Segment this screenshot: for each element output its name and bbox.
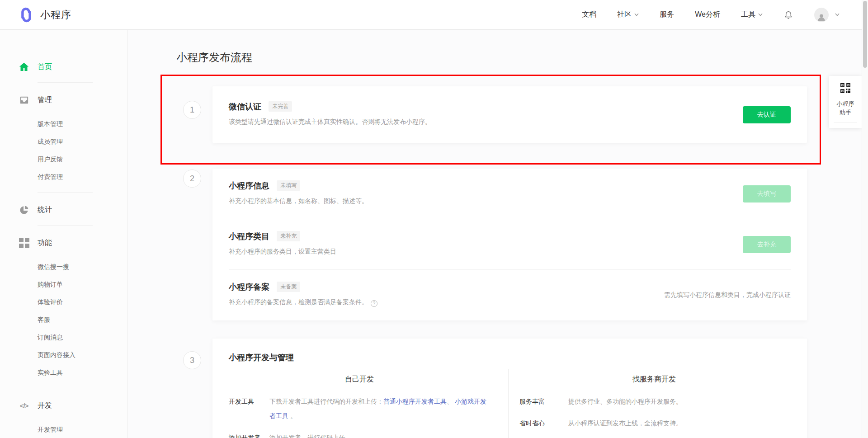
- miniprogram-category-row: 小程序类目 未补充 补充小程序的服务类目，设置主营类目 去补充: [229, 219, 791, 269]
- avatar: [814, 8, 829, 22]
- nav-docs[interactable]: 文档: [582, 10, 596, 19]
- assistant-label: 小程序 助手: [832, 99, 859, 117]
- step-3-number: 3: [183, 351, 201, 369]
- sidebar-item-shopping-orders[interactable]: 购物订单: [0, 276, 127, 293]
- sidebar-item-member-management[interactable]: 成员管理: [0, 133, 127, 151]
- wechat-verification-title: 微信认证: [229, 102, 261, 111]
- wechat-verification-desc: 该类型请先通过微信认证完成主体真实性确认。否则将无法发布小程序。: [229, 118, 791, 126]
- step-3-row: 3 小程序开发与管理 自己开发 开发工具 下载开发者工具进行代码的开发和上传：普…: [183, 339, 807, 438]
- miniprogram-info-desc: 补充小程序的基本信息，如名称、图标、描述等。: [229, 197, 791, 205]
- add-developer-label: 添加开发者: [229, 430, 263, 438]
- miniprogram-category-desc: 补充小程序的服务类目，设置主营类目: [229, 248, 791, 256]
- chevron-down-icon: [758, 13, 763, 16]
- sidebar-item-management[interactable]: 管理: [0, 91, 127, 109]
- dev-and-management-heading: 小程序开发与管理: [229, 339, 791, 363]
- sidebar-divider: [38, 82, 93, 83]
- icp-prerequisite-note: 需先填写小程序信息和类目，完成小程序认证: [664, 291, 791, 299]
- nav-we-analytics[interactable]: We分析: [695, 10, 720, 19]
- save-time-label: 省时省心: [519, 416, 554, 430]
- label: 购物订单: [38, 281, 63, 289]
- add-developer-row: 添加开发者 添加开发者，进行代码上传。: [229, 430, 490, 438]
- wechat-verification-row: 微信认证 未完善 该类型请先通过微信认证完成主体真实性确认。否则将无法发布小程序…: [229, 86, 791, 143]
- dev-options-columns: 自己开发 开发工具 下载开发者工具进行代码的开发和上传：普通小程序开发者工具、 …: [212, 369, 807, 438]
- sidebar-item-customer-service[interactable]: 客服: [0, 311, 127, 329]
- label: 页面内容接入: [38, 351, 75, 359]
- sidebar-item-page-content-access[interactable]: 页面内容接入: [0, 346, 127, 364]
- sidebar-item-development-management[interactable]: 开发管理: [0, 421, 127, 438]
- nav-community-label: 社区: [617, 10, 632, 19]
- label: 微信搜一搜: [38, 263, 69, 271]
- link-standard-devtool[interactable]: 普通小程序开发者工具: [383, 398, 447, 405]
- label: 开发管理: [38, 426, 63, 434]
- dev-tools-desc-prefix: 下载开发者工具进行代码的开发和上传：: [269, 398, 383, 405]
- add-developer-desc: 添加开发者，进行代码上传。: [269, 430, 352, 438]
- step-1-row: 1 微信认证 未完善 该类型请先通过微信认证完成主体真实性确认。否则将无法发布小…: [183, 86, 807, 143]
- sidebar-item-development-label: 开发: [38, 401, 52, 410]
- sidebar-item-development[interactable]: </> 开发: [0, 396, 127, 414]
- nav-docs-label: 文档: [582, 10, 596, 19]
- miniprogram-icp-title: 小程序备案: [229, 283, 269, 292]
- sidebar-item-statistics[interactable]: 统计: [0, 201, 127, 219]
- sidebar-item-wechat-search[interactable]: 微信搜一搜: [0, 258, 127, 276]
- sidebar-group-management: 版本管理 成员管理 用户反馈 付费管理: [0, 115, 127, 186]
- step-3-card: 小程序开发与管理 自己开发 开发工具 下载开发者工具进行代码的开发和上传：普通小…: [212, 339, 807, 438]
- sidebar-item-subscription-messages[interactable]: 订阅消息: [0, 329, 127, 346]
- miniprogram-icp-desc: 补充小程序的备案信息，检测是否满足备案条件。?: [229, 298, 791, 307]
- sidebar-item-experience-review[interactable]: 体验评价: [0, 293, 127, 311]
- sidebar-group-features: 微信搜一搜 购物订单 体验评价 客服 订阅消息 页面内容接入 实验工具: [0, 258, 127, 381]
- nav-services[interactable]: 服务: [660, 10, 674, 19]
- nav-services-label: 服务: [660, 10, 674, 19]
- service-provider-column: 找服务商开发 服务丰富 提供多行业、多功能的小程序开发服务。 省时省心 从小程序…: [509, 369, 807, 438]
- label: 版本管理: [38, 120, 63, 128]
- icp-desc-text: 补充小程序的备案信息，检测是否满足备案条件。: [229, 298, 368, 306]
- save-time-desc: 从小程序认证到发布上线，全流程支持。: [568, 416, 682, 430]
- sidebar-item-features[interactable]: 功能: [0, 234, 127, 252]
- self-develop-column: 自己开发 开发工具 下载开发者工具进行代码的开发和上传：普通小程序开发者工具、 …: [212, 369, 509, 438]
- step-2-row: 2 小程序信息 未填写 补充小程序的基本信息，如名称、图标、描述等。 去填写 小…: [183, 169, 807, 320]
- sidebar-divider: [38, 192, 93, 193]
- home-icon: [18, 61, 30, 73]
- sidebar-item-user-feedback[interactable]: 用户反馈: [0, 151, 127, 168]
- dev-and-management-title: 小程序开发与管理: [229, 353, 294, 362]
- status-badge: 未完善: [269, 101, 292, 112]
- top-nav: 文档 社区 服务 We分析 工具: [582, 8, 868, 22]
- tray-icon: [18, 94, 30, 106]
- label: 体验评价: [38, 298, 63, 306]
- rich-services-row: 服务丰富 提供多行业、多功能的小程序开发服务。: [519, 394, 789, 409]
- sidebar-divider: [38, 388, 93, 388]
- label: 订阅消息: [38, 334, 63, 342]
- miniprogram-assistant-panel[interactable]: 小程序 助手: [829, 76, 862, 128]
- miniprogram-icp-row: 小程序备案 未备案 补充小程序的备案信息，检测是否满足备案条件。? 需先填写小程…: [229, 269, 791, 320]
- go-fill-button[interactable]: 去填写: [743, 185, 791, 203]
- rich-services-label: 服务丰富: [519, 394, 554, 409]
- nav-community[interactable]: 社区: [617, 10, 639, 19]
- sidebar-item-version-management[interactable]: 版本管理: [0, 115, 127, 133]
- label: 成员管理: [38, 138, 63, 146]
- status-badge: 未备案: [277, 282, 300, 292]
- go-verify-button[interactable]: 去认证: [743, 106, 791, 123]
- scrollbar-track[interactable]: [862, 0, 868, 438]
- sidebar-item-payment-management[interactable]: 付费管理: [0, 168, 127, 186]
- qr-code-icon: [840, 83, 850, 93]
- miniprogram-info-row: 小程序信息 未填写 补充小程序的基本信息，如名称、图标、描述等。 去填写: [229, 169, 791, 219]
- label: 用户反馈: [38, 155, 63, 164]
- publish-steps: 1 微信认证 未完善 该类型请先通过微信认证完成主体真实性确认。否则将无法发布小…: [160, 86, 807, 438]
- scrollbar-thumb[interactable]: [863, 1, 867, 68]
- miniprogram-info-title: 小程序信息: [229, 181, 269, 190]
- help-icon[interactable]: ?: [371, 300, 377, 307]
- step-1-card: 微信认证 未完善 该类型请先通过微信认证完成主体真实性确认。否则将无法发布小程序…: [212, 86, 807, 143]
- sidebar-group-development: 开发管理: [0, 421, 127, 438]
- pie-chart-icon: [18, 204, 30, 216]
- code-icon: </>: [18, 400, 30, 411]
- chevron-down-icon: [634, 13, 639, 16]
- sidebar-item-home-label: 首页: [38, 62, 52, 72]
- page: 小程序 文档 社区 服务 We分析 工具: [0, 0, 868, 438]
- sidebar-item-experimental-tools[interactable]: 实验工具: [0, 364, 127, 381]
- nav-we-analytics-label: We分析: [695, 10, 720, 19]
- sidebar-item-home[interactable]: 首页: [0, 58, 127, 76]
- account-menu[interactable]: [814, 8, 840, 22]
- nav-tools[interactable]: 工具: [741, 10, 763, 19]
- logo[interactable]: 小程序: [18, 7, 71, 23]
- go-supplement-button[interactable]: 去补充: [743, 236, 791, 253]
- notification-bell-icon[interactable]: [783, 10, 793, 20]
